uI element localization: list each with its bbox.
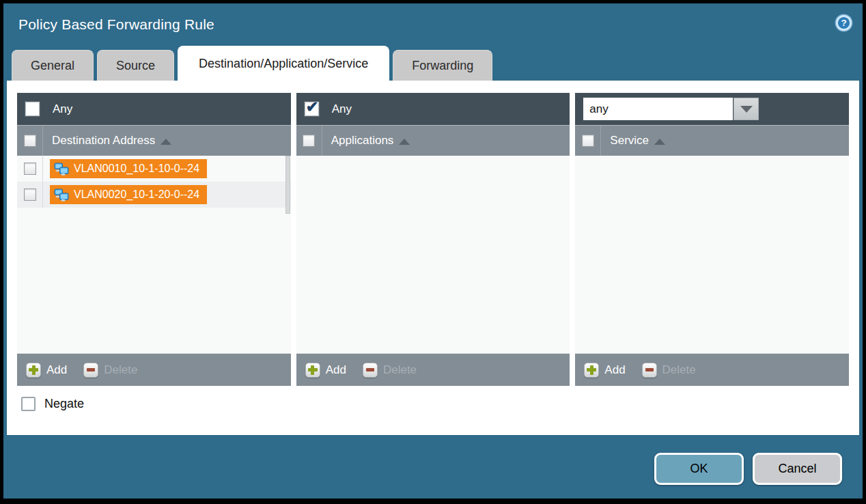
network-address-icon	[54, 188, 69, 201]
applications-column-header[interactable]: Applications	[296, 125, 570, 156]
titlebar: Policy Based Forwarding Rule ?	[3, 3, 863, 46]
address-object-label: VLAN0010_10-1-10-0--24	[74, 163, 199, 175]
add-plus-icon	[26, 363, 41, 378]
add-button[interactable]: Add	[305, 363, 346, 378]
applications-any-header: Any	[296, 93, 570, 125]
destination-select-all-cell	[17, 126, 43, 156]
service-select-all-checkbox[interactable]	[582, 135, 594, 147]
destination-select-all-checkbox[interactable]	[24, 135, 36, 147]
destination-address-list: VLAN0010_10-1-10-0--24	[17, 156, 291, 354]
tab-source[interactable]: Source	[97, 50, 174, 81]
delete-button-label: Delete	[104, 363, 137, 377]
chevron-down-icon	[740, 106, 753, 113]
service-dropdown-button[interactable]	[734, 98, 759, 120]
tab-destination-application-service[interactable]: Destination/Application/Service	[178, 46, 389, 81]
delete-minus-icon	[363, 363, 378, 378]
sort-ascending-icon	[160, 139, 171, 145]
list-item[interactable]: VLAN0020_10-1-20-0--24	[17, 182, 291, 208]
delete-button-label: Delete	[662, 363, 696, 377]
negate-checkbox[interactable]	[21, 397, 36, 411]
sort-ascending-icon	[654, 139, 665, 145]
add-button-label: Add	[46, 363, 67, 377]
negate-row: Negate	[17, 397, 849, 411]
applications-select-all-cell	[296, 126, 322, 156]
tab-general[interactable]: General	[12, 50, 94, 81]
row-checkbox-cell	[17, 182, 43, 208]
applications-list	[296, 156, 570, 354]
tab-bar: General Source Destination/Application/S…	[3, 46, 863, 81]
tab-forwarding[interactable]: Forwarding	[393, 50, 492, 81]
service-select-all-cell	[575, 126, 601, 156]
negate-label: Negate	[44, 397, 84, 411]
delete-button[interactable]: Delete	[363, 363, 417, 378]
add-button-label: Add	[604, 363, 625, 377]
dialog-footer: OK Cancel	[3, 435, 863, 499]
dialog-title: Policy Based Forwarding Rule	[18, 16, 835, 33]
columns: Any Destination Address	[17, 93, 849, 386]
address-object-chip[interactable]: VLAN0020_10-1-20-0--24	[50, 185, 207, 204]
applications-header-label: Applications	[331, 134, 394, 148]
destination-any-checkbox[interactable]	[25, 102, 40, 116]
destination-address-column-header[interactable]: Destination Address	[17, 125, 291, 156]
delete-button[interactable]: Delete	[83, 363, 137, 378]
applications-actions-bar: Add Delete	[296, 354, 570, 386]
svg-text:?: ?	[841, 18, 846, 28]
sort-ascending-icon	[399, 139, 410, 145]
help-icon[interactable]: ?	[835, 14, 853, 32]
list-item[interactable]: VLAN0010_10-1-10-0--24	[17, 156, 291, 182]
applications-any-label: Any	[332, 102, 352, 116]
service-actions-bar: Add Delete	[575, 354, 849, 386]
network-address-icon	[54, 163, 69, 176]
delete-minus-icon	[83, 363, 98, 378]
add-button[interactable]: Add	[26, 363, 67, 378]
ok-button[interactable]: OK	[654, 453, 744, 485]
destination-address-header-label: Destination Address	[52, 134, 155, 148]
destination-address-column: Any Destination Address	[17, 93, 291, 386]
delete-minus-icon	[642, 363, 657, 378]
applications-select-all-checkbox[interactable]	[303, 135, 315, 147]
service-column-header[interactable]: Service	[575, 125, 849, 156]
row-checkbox[interactable]	[24, 163, 36, 175]
cancel-button[interactable]: Cancel	[753, 453, 842, 485]
destination-any-label: Any	[53, 102, 72, 116]
delete-button[interactable]: Delete	[642, 363, 696, 378]
service-dropdown-header	[575, 93, 849, 125]
service-list	[575, 156, 849, 354]
row-checkbox[interactable]	[24, 188, 36, 201]
applications-any-checkbox[interactable]	[305, 102, 319, 116]
applications-column: Any Applications Add	[296, 93, 570, 386]
service-input[interactable]	[583, 98, 733, 120]
pbf-rule-dialog: Policy Based Forwarding Rule ? General S…	[3, 3, 863, 499]
add-button[interactable]: Add	[584, 363, 625, 378]
add-plus-icon	[584, 363, 599, 378]
destination-actions-bar: Add Delete	[17, 354, 291, 386]
address-object-chip[interactable]: VLAN0010_10-1-10-0--24	[50, 159, 207, 178]
delete-button-label: Delete	[383, 363, 417, 377]
service-header-label: Service	[610, 134, 649, 148]
add-button-label: Add	[326, 363, 346, 377]
vertical-scrollbar[interactable]	[285, 156, 290, 353]
add-plus-icon	[305, 363, 320, 378]
scrollbar-thumb[interactable]	[285, 156, 290, 214]
tab-content-panel: Any Destination Address	[7, 81, 859, 435]
dialog-screen: Policy Based Forwarding Rule ? General S…	[0, 0, 866, 504]
service-column: Service Add Delete	[575, 93, 849, 386]
row-checkbox-cell	[17, 156, 43, 182]
service-combo	[583, 98, 759, 120]
destination-any-header: Any	[17, 93, 291, 125]
address-object-label: VLAN0020_10-1-20-0--24	[74, 188, 199, 201]
